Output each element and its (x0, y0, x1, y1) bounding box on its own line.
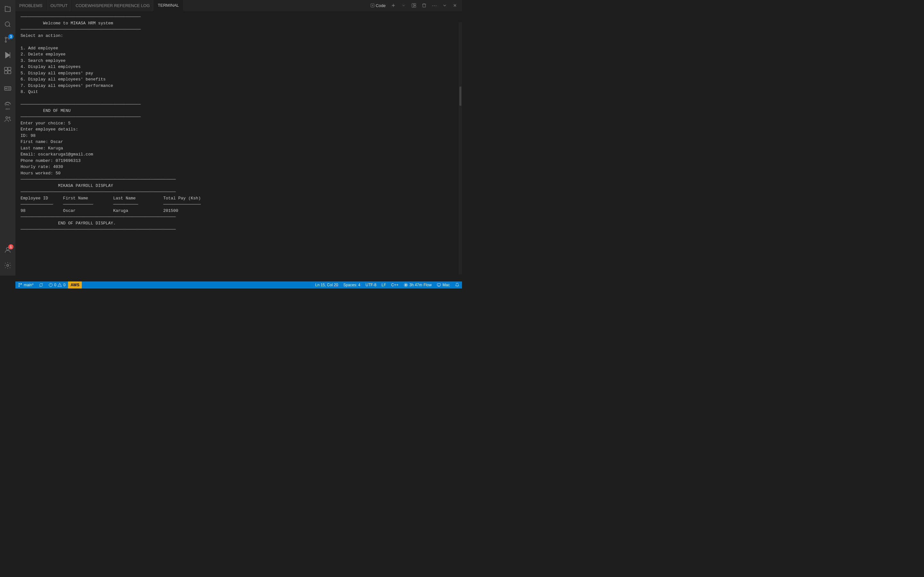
tab-actions: Code (368, 1, 462, 10)
svg-point-3 (5, 41, 6, 42)
svg-point-11 (5, 88, 7, 89)
svg-point-22 (19, 284, 19, 284)
tab-terminal[interactable]: TERMINAL (154, 0, 183, 11)
add-terminal-button[interactable] (389, 1, 398, 10)
accounts-icon[interactable]: 1 (0, 242, 15, 258)
team-icon[interactable] (0, 111, 15, 127)
status-bar: main* 0 (15, 282, 462, 288)
layout-button[interactable] (409, 1, 418, 10)
scrollbar-thumb (459, 87, 461, 106)
svg-rect-20 (414, 3, 416, 5)
aws-icon[interactable]: aws (0, 96, 15, 111)
svg-point-23 (19, 285, 19, 286)
aws-status[interactable]: AWS (68, 282, 82, 288)
svg-point-31 (405, 284, 407, 286)
svg-rect-6 (5, 67, 7, 70)
extensions-icon[interactable] (0, 63, 15, 78)
git-branch-status[interactable]: main* (15, 282, 36, 288)
cursor-position-status[interactable]: Ln 15, Col 20 (312, 282, 341, 288)
notifications-bell[interactable] (452, 282, 462, 288)
svg-rect-9 (8, 71, 11, 74)
sync-status[interactable] (36, 282, 46, 288)
status-left: main* 0 (15, 282, 82, 288)
svg-rect-32 (437, 284, 441, 286)
activity-bar: 3 aws (0, 0, 15, 276)
search-icon[interactable] (0, 17, 15, 32)
tab-output[interactable]: OUTPUT (47, 0, 71, 11)
code-button[interactable]: Code (368, 1, 388, 10)
svg-marker-4 (5, 52, 10, 58)
svg-point-17 (7, 264, 9, 266)
language-status[interactable]: C++ (389, 282, 401, 288)
svg-point-1 (5, 37, 6, 39)
svg-point-14 (6, 117, 8, 119)
source-control-badge: 3 (8, 34, 13, 39)
svg-rect-7 (8, 67, 11, 70)
tab-bar: PROBLEMS OUTPUT CODEWHISPERER REFERENCE … (15, 0, 462, 11)
terminal-scrollbar[interactable] (459, 23, 462, 274)
settings-icon[interactable] (0, 258, 15, 273)
tab-problems[interactable]: PROBLEMS (15, 0, 47, 11)
accounts-badge: 1 (8, 244, 13, 250)
tab-codewhisperer[interactable]: CODEWHISPERER REFERENCE LOG (72, 0, 154, 11)
svg-point-0 (5, 22, 10, 26)
remote-status[interactable]: Mac (434, 282, 452, 288)
svg-rect-19 (412, 3, 414, 7)
more-actions-button[interactable]: ⋯ (430, 1, 439, 10)
line-ending-status[interactable]: LF (379, 282, 389, 288)
explorer-icon[interactable] (0, 1, 15, 17)
remote-explorer-icon[interactable] (0, 81, 15, 96)
main-area: PROBLEMS OUTPUT CODEWHISPERER REFERENCE … (15, 0, 462, 288)
terminal-area[interactable]: ────────────────────────────────────────… (15, 11, 462, 282)
run-debug-icon[interactable] (0, 47, 15, 63)
source-control-icon[interactable]: 3 (0, 32, 15, 47)
svg-rect-21 (414, 6, 416, 7)
activity-bar-bottom: 1 (0, 242, 15, 276)
close-panel-button[interactable] (451, 1, 459, 10)
encoding-status[interactable]: UTF-8 (363, 282, 379, 288)
svg-rect-8 (5, 71, 7, 74)
delete-terminal-button[interactable] (420, 1, 429, 10)
terminal-output: ────────────────────────────────────────… (15, 11, 462, 282)
terminal-dropdown-button[interactable] (399, 1, 408, 10)
svg-point-24 (21, 284, 21, 284)
terminal-wrapper: ────────────────────────────────────────… (15, 11, 462, 282)
indentation-status[interactable]: Spaces: 4 (341, 282, 363, 288)
svg-point-15 (9, 117, 10, 118)
panel-collapse-button[interactable] (440, 1, 449, 10)
errors-status[interactable]: 0 0 (46, 282, 68, 288)
status-right: Ln 15, Col 20 Spaces: 4 UTF-8 LF C++ (312, 282, 462, 288)
flow-status[interactable]: 3h 47m Flow (401, 282, 434, 288)
